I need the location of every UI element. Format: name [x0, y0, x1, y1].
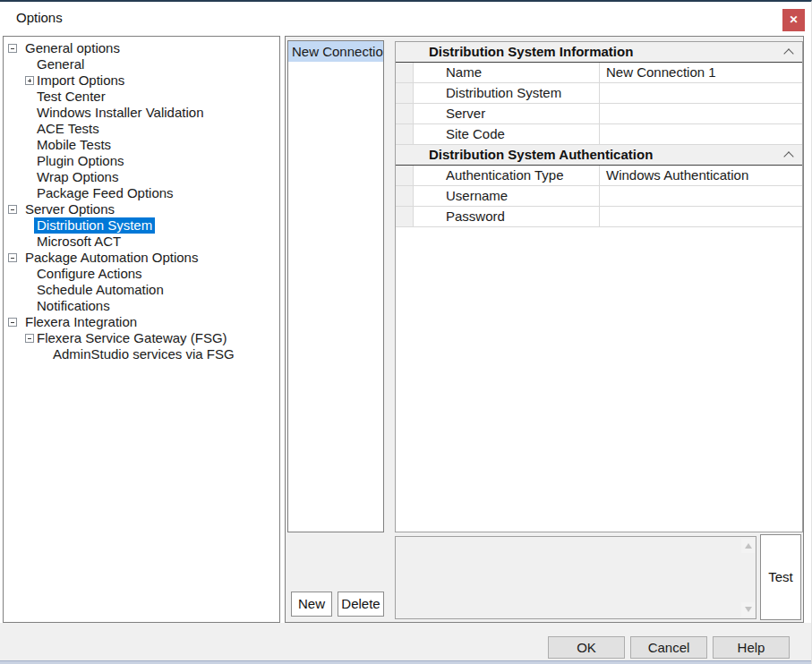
connection-list-item[interactable]: New Connectio	[288, 41, 383, 62]
title-bar: Options ✕	[0, 2, 811, 36]
property-row-name: Name New Connection 1	[396, 63, 802, 83]
new-connection-button[interactable]: New	[291, 592, 332, 617]
cancel-button[interactable]: Cancel	[630, 636, 707, 659]
property-row-username: Username	[396, 186, 802, 207]
tree-item-windows-installer-validation[interactable]: Windows Installer Validation	[4, 105, 279, 121]
collapse-minus-icon[interactable]	[8, 318, 17, 327]
site-code-field[interactable]	[600, 124, 802, 144]
authentication-type-field[interactable]: Windows Authentication	[600, 166, 802, 185]
options-dialog: Options ✕ General options General Import…	[0, 0, 812, 664]
tree-item-test-center[interactable]: Test Center	[4, 89, 279, 105]
collapse-minus-icon[interactable]	[25, 334, 34, 343]
section-title: Distribution System Information	[429, 44, 633, 59]
server-field[interactable]	[600, 104, 802, 123]
password-field[interactable]	[600, 207, 802, 226]
tree-item-adminstudio-services-via-fsg[interactable]: AdminStudio services via FSG	[4, 346, 279, 362]
expand-plus-icon[interactable]	[25, 76, 34, 85]
name-field[interactable]: New Connection 1	[600, 63, 802, 82]
tree-item-package-feed-options[interactable]: Package Feed Options	[4, 185, 279, 201]
connection-list: New Connectio	[287, 40, 384, 532]
tree-item-wrap-options[interactable]: Wrap Options	[4, 169, 279, 185]
dialog-footer: OK Cancel Help	[0, 623, 812, 660]
username-field[interactable]	[600, 186, 802, 206]
row-gutter	[396, 124, 414, 144]
tree-item-import-options[interactable]: Import Options	[4, 72, 279, 89]
window-bottom-edge	[0, 660, 812, 664]
property-row-server: Server	[396, 104, 802, 124]
delete-connection-button[interactable]: Delete	[338, 592, 384, 617]
collapse-minus-icon[interactable]	[8, 44, 17, 53]
property-grid: Distribution System Information Name New…	[395, 41, 803, 532]
ok-button[interactable]: OK	[548, 636, 625, 659]
tree-item-general[interactable]: General	[4, 56, 279, 72]
property-row-site-code: Site Code	[396, 124, 802, 145]
tree-item-ace-tests[interactable]: ACE Tests	[4, 121, 279, 137]
test-result-text	[399, 540, 738, 616]
options-tree: General options General Import Options T…	[3, 36, 280, 623]
tree-item-mobile-tests[interactable]: Mobile Tests	[4, 137, 279, 153]
property-row-authentication-type: Authentication Type Windows Authenticati…	[396, 166, 802, 186]
tree-item-notifications[interactable]: Notifications	[4, 298, 279, 314]
scroll-up-icon[interactable]	[741, 539, 755, 553]
tree-item-distribution-system[interactable]: Distribution System	[4, 217, 279, 234]
row-gutter	[396, 186, 414, 206]
chevron-up-icon[interactable]	[783, 48, 793, 58]
property-row-password: Password	[396, 207, 802, 227]
property-row-distribution-system: Distribution System	[396, 83, 802, 104]
scroll-down-icon[interactable]	[741, 602, 755, 617]
scrollbar	[740, 537, 756, 618]
tree-item-server-options[interactable]: Server Options	[4, 201, 279, 217]
close-icon[interactable]: ✕	[782, 9, 805, 31]
test-result-box	[395, 536, 756, 619]
section-header-distribution-system-authentication[interactable]: Distribution System Authentication	[396, 145, 802, 166]
tree-item-flexera-service-gateway[interactable]: Flexera Service Gateway (FSG)	[4, 330, 279, 346]
row-gutter	[396, 63, 414, 82]
distribution-system-panel: New Connectio New Delete Distribution Sy…	[285, 36, 804, 623]
section-header-distribution-system-information[interactable]: Distribution System Information	[396, 42, 802, 63]
distribution-system-field[interactable]	[600, 83, 802, 103]
help-button[interactable]: Help	[713, 636, 790, 659]
test-button[interactable]: Test	[760, 534, 801, 620]
section-title: Distribution System Authentication	[429, 147, 653, 162]
tree-item-flexera-integration[interactable]: Flexera Integration	[4, 314, 279, 330]
row-gutter	[396, 166, 414, 185]
row-gutter	[396, 104, 414, 123]
chevron-up-icon[interactable]	[783, 151, 793, 161]
tree-item-package-automation-options[interactable]: Package Automation Options	[4, 250, 279, 266]
collapse-minus-icon[interactable]	[8, 253, 17, 262]
row-gutter	[396, 207, 414, 226]
tree-item-general-options[interactable]: General options	[4, 40, 279, 56]
tree-item-microsoft-act[interactable]: Microsoft ACT	[4, 234, 279, 250]
tree-item-schedule-automation[interactable]: Schedule Automation	[4, 282, 279, 298]
row-gutter	[396, 83, 414, 103]
tree-item-plugin-options[interactable]: Plugin Options	[4, 153, 279, 169]
tree-item-configure-actions[interactable]: Configure Actions	[4, 266, 279, 282]
window-title: Options	[16, 10, 63, 25]
collapse-minus-icon[interactable]	[8, 205, 17, 214]
